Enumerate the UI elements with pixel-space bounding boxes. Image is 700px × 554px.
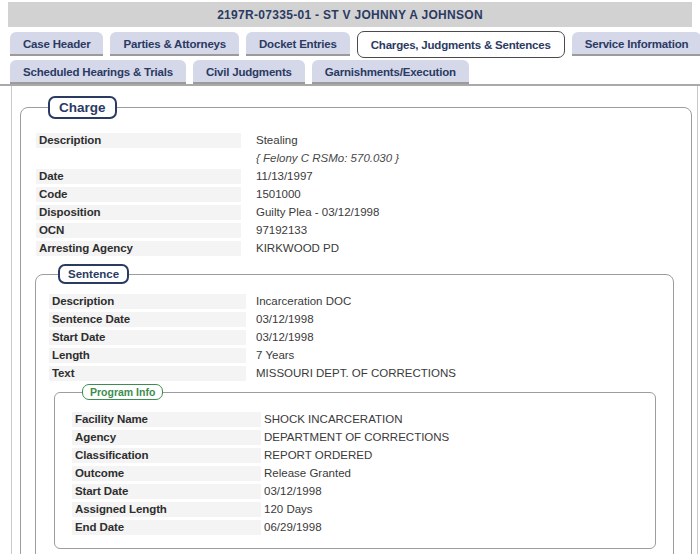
field-value: 97192133 bbox=[256, 223, 307, 238]
field-label: Assigned Length bbox=[72, 502, 261, 517]
tab-garnishments-execution[interactable]: Garnishments/Execution bbox=[312, 60, 469, 84]
field-label: Description bbox=[49, 294, 246, 309]
charge-section: Charge Description Stealing { Felony C R… bbox=[20, 96, 692, 554]
table-row: Outcome Release Granted bbox=[72, 466, 655, 481]
content-pane: Charge Description Stealing { Felony C R… bbox=[11, 86, 698, 554]
field-label: Text bbox=[49, 366, 246, 381]
tab-scheduled-hearings-trials[interactable]: Scheduled Hearings & Trials bbox=[10, 60, 186, 84]
field-label: Arresting Agency bbox=[36, 241, 241, 256]
field-value: REPORT ORDERED bbox=[264, 448, 372, 463]
tab-row-1: Case Header Parties & Attorneys Docket E… bbox=[10, 32, 690, 56]
field-label: Start Date bbox=[72, 484, 261, 499]
field-value: 03/12/1998 bbox=[256, 330, 314, 345]
field-label: Classification bbox=[72, 448, 261, 463]
charge-statute-note: { Felony C RSMo: 570.030 } bbox=[256, 151, 399, 166]
tab-civil-judgments[interactable]: Civil Judgments bbox=[193, 60, 305, 84]
sentence-section-legend: Sentence bbox=[58, 264, 129, 284]
field-label: Description bbox=[36, 133, 241, 148]
table-row: { Felony C RSMo: 570.030 } bbox=[36, 151, 677, 166]
table-row: Arresting Agency KIRKWOOD PD bbox=[36, 241, 677, 256]
table-row: Agency DEPARTMENT OF CORRECTIONS bbox=[72, 430, 655, 445]
field-label: Date bbox=[36, 169, 241, 184]
field-value: Incarceration DOC bbox=[256, 294, 351, 309]
tab-charges-judgments-sentences[interactable]: Charges, Judgments & Sentences bbox=[357, 31, 565, 58]
tab-docket-entries[interactable]: Docket Entries bbox=[246, 32, 350, 56]
table-row: Start Date 03/12/1998 bbox=[72, 484, 655, 499]
table-row: Classification REPORT ORDERED bbox=[72, 448, 655, 463]
table-row: Sentence Date 03/12/1998 bbox=[49, 312, 673, 327]
field-label: Outcome bbox=[72, 466, 261, 481]
field-label: Length bbox=[49, 348, 246, 363]
table-row: Date 11/13/1997 bbox=[36, 169, 677, 184]
program-info-section: Program Info Facility Name SHOCK INCARCE… bbox=[54, 384, 656, 549]
field-label: OCN bbox=[36, 223, 241, 238]
field-label: Agency bbox=[72, 430, 261, 445]
table-row: OCN 97192133 bbox=[36, 223, 677, 238]
table-row: Text MISSOURI DEPT. OF CORRECTIONS bbox=[49, 366, 673, 381]
field-value: KIRKWOOD PD bbox=[256, 241, 339, 256]
field-value: 7 Years bbox=[256, 348, 294, 363]
field-value: Release Granted bbox=[264, 466, 351, 481]
tab-case-header[interactable]: Case Header bbox=[10, 32, 103, 56]
table-row: Description Incarceration DOC bbox=[49, 294, 673, 309]
field-value: 06/29/1998 bbox=[264, 520, 322, 535]
field-value: 03/12/1998 bbox=[256, 312, 314, 327]
field-value: DEPARTMENT OF CORRECTIONS bbox=[264, 430, 449, 445]
program-info-section-legend: Program Info bbox=[82, 384, 163, 400]
field-value: Guilty Plea - 03/12/1998 bbox=[256, 205, 379, 220]
field-value: SHOCK INCARCERATION bbox=[264, 412, 402, 427]
sentence-section: Sentence Description Incarceration DOC S… bbox=[35, 264, 674, 554]
field-label-spacer bbox=[36, 151, 241, 166]
field-label: Sentence Date bbox=[49, 312, 246, 327]
case-title: 2197R-07335-01 - ST V JOHNNY A JOHNSON bbox=[217, 8, 483, 22]
field-value: MISSOURI DEPT. OF CORRECTIONS bbox=[256, 366, 456, 381]
table-row: Description Stealing bbox=[36, 133, 677, 148]
tab-parties-attorneys[interactable]: Parties & Attorneys bbox=[110, 32, 239, 56]
field-label: Code bbox=[36, 187, 241, 202]
field-label: Facility Name bbox=[72, 412, 261, 427]
tab-service-information[interactable]: Service Information bbox=[572, 32, 700, 56]
table-row: Assigned Length 120 Days bbox=[72, 502, 655, 517]
case-net-window: { "header": { "title": "2197R-07335-01 -… bbox=[0, 0, 700, 554]
field-value: Stealing bbox=[256, 133, 298, 148]
table-row: Length 7 Years bbox=[49, 348, 673, 363]
field-value: 1501000 bbox=[256, 187, 301, 202]
table-row: Disposition Guilty Plea - 03/12/1998 bbox=[36, 205, 677, 220]
field-value: 11/13/1997 bbox=[256, 169, 313, 184]
tab-row-2: Scheduled Hearings & Trials Civil Judgme… bbox=[10, 60, 690, 84]
tab-strip: Case Header Parties & Attorneys Docket E… bbox=[0, 27, 700, 84]
field-label: Start Date bbox=[49, 330, 246, 345]
field-value: 120 Days bbox=[264, 502, 313, 517]
table-row: Facility Name SHOCK INCARCERATION bbox=[72, 412, 655, 427]
field-label: End Date bbox=[72, 520, 261, 535]
case-title-bar: 2197R-07335-01 - ST V JOHNNY A JOHNSON bbox=[8, 2, 692, 27]
table-row: End Date 06/29/1998 bbox=[72, 520, 655, 535]
table-row: Start Date 03/12/1998 bbox=[49, 330, 673, 345]
field-value: 03/12/1998 bbox=[264, 484, 322, 499]
table-row: Code 1501000 bbox=[36, 187, 677, 202]
charge-section-legend: Charge bbox=[48, 96, 117, 119]
field-label: Disposition bbox=[36, 205, 241, 220]
